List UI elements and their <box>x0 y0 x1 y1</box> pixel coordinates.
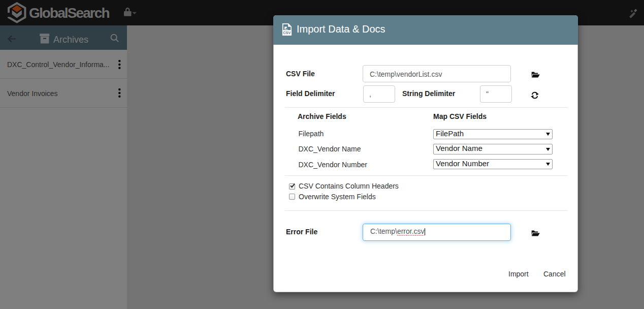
svg-text:CSV: CSV <box>283 30 291 35</box>
